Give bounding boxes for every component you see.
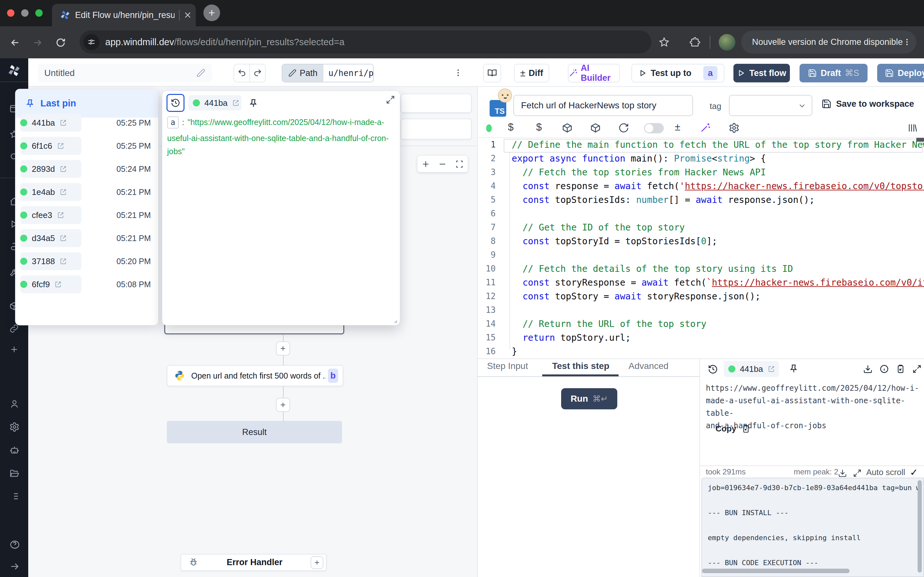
code-line[interactable]: 3 // Fetch the top stories from Hacker N…: [477, 165, 924, 179]
sidebar-item-logs[interactable]: [9, 491, 19, 501]
sidebar-item-workers[interactable]: [9, 445, 19, 455]
code-line[interactable]: 14 // Return the URL of the top story: [477, 317, 924, 331]
diff-button[interactable]: ± Diff: [514, 64, 549, 82]
external-link-icon[interactable]: [767, 365, 775, 373]
tab-step-input[interactable]: Step Input: [487, 361, 528, 371]
history-toggle-button[interactable]: [166, 94, 184, 112]
code-line[interactable]: 1// Define the main function to fetch th…: [477, 138, 924, 152]
pin-icon[interactable]: [248, 98, 258, 108]
external-link-icon[interactable]: [57, 142, 65, 150]
pin-chip[interactable]: d34a5: [20, 229, 81, 247]
test-up-to-button[interactable]: Test up to a: [632, 64, 724, 82]
download-result-icon[interactable]: [863, 364, 873, 374]
auto-scroll-check-icon[interactable]: ✓: [910, 467, 918, 478]
pin-chip[interactable]: 37188: [20, 252, 81, 270]
step-summary-input[interactable]: [513, 95, 693, 116]
expand-popup-icon[interactable]: [386, 95, 395, 105]
code-line[interactable]: 16}: [477, 345, 924, 358]
test-flow-button[interactable]: Test flow: [733, 64, 790, 82]
log-horizontal-scrollbar[interactable]: [702, 569, 850, 573]
result-node[interactable]: Result: [167, 421, 342, 443]
zoom-out-icon[interactable]: [438, 160, 447, 168]
history-icon[interactable]: [708, 364, 718, 374]
sidebar-item-folders[interactable]: [9, 468, 19, 478]
extensions-puzzle-icon[interactable]: [689, 37, 701, 48]
library-icon[interactable]: [907, 122, 918, 133]
external-link-icon[interactable]: [59, 119, 67, 127]
save-to-workspace-button[interactable]: Save to workspace: [821, 99, 914, 109]
minimize-window-button[interactable]: [21, 9, 29, 17]
draft-button[interactable]: Draft ⌘S: [800, 64, 867, 82]
external-link-icon[interactable]: [59, 258, 67, 265]
browser-menu-kebab-icon[interactable]: [903, 37, 911, 47]
info-icon[interactable]: [879, 364, 889, 374]
zoom-window-button[interactable]: [35, 9, 43, 17]
code-line[interactable]: 10 // Fetch the details of the top story…: [477, 262, 924, 276]
browser-tab[interactable]: Edit Flow u/henri/pin_results: [52, 4, 196, 26]
auto-scroll-label[interactable]: Auto scroll: [866, 467, 905, 477]
package-icon[interactable]: [562, 122, 573, 133]
undo-icon[interactable]: [234, 64, 250, 82]
path-group[interactable]: Path u/henri/pin: [282, 64, 374, 82]
external-link-icon[interactable]: [59, 234, 67, 242]
code-line[interactable]: 8 const topStoryId = topStoriesIds[0];: [477, 234, 924, 248]
assets-icon[interactable]: $: [508, 121, 514, 133]
zoom-in-icon[interactable]: [422, 160, 430, 168]
code-line[interactable]: 9: [477, 248, 924, 262]
flow-input-card[interactable]: [401, 93, 472, 113]
result-pin-chip[interactable]: 441ba: [724, 361, 779, 377]
sidebar-item-settings[interactable]: [9, 422, 19, 432]
preview-pin-chip[interactable]: 441ba: [188, 95, 242, 111]
insert-step-button[interactable]: [276, 342, 290, 356]
ai-assistant-wand-icon[interactable]: [700, 122, 711, 133]
forward-icon[interactable]: [32, 37, 43, 48]
expand-result-icon[interactable]: [912, 364, 922, 374]
sidebar-item-user[interactable]: [9, 399, 19, 409]
site-settings-icon[interactable]: [83, 34, 99, 50]
external-link-icon[interactable]: [59, 165, 67, 173]
profile-avatar[interactable]: [719, 34, 735, 51]
code-editor[interactable]: 1// Define the main function to fetch th…: [477, 138, 924, 358]
external-link-icon[interactable]: [57, 211, 65, 219]
resize-handle[interactable]: [391, 317, 398, 324]
code-line[interactable]: 12 const topStory = await storyResponse.…: [477, 290, 924, 303]
bookmark-star-icon[interactable]: [658, 37, 670, 48]
code-line[interactable]: 6: [477, 207, 924, 221]
step-node-b[interactable]: Open url and fetch first 500 words of ..…: [167, 365, 343, 386]
url-bar[interactable]: app.windmill.dev/flows/edit/u/henri/pin_…: [79, 31, 651, 53]
windmill-logo-icon[interactable]: [7, 63, 21, 77]
pin-chip[interactable]: 2893d: [20, 160, 81, 178]
code-line[interactable]: 4 const response = await fetch('https://…: [477, 179, 924, 193]
ai-builder-button[interactable]: AI Builder: [568, 64, 620, 82]
expand-logs-icon[interactable]: [853, 469, 862, 478]
pin-chip[interactable]: cfee3: [20, 206, 81, 224]
sidebar-item-links[interactable]: [9, 324, 19, 334]
code-line[interactable]: 5 const topStoriesIds: number[] = await …: [477, 193, 924, 207]
download-logs-icon[interactable]: [838, 469, 847, 478]
back-icon[interactable]: [10, 37, 21, 48]
chrome-update-button[interactable]: Nouvelle version de Chrome disponible: [741, 31, 916, 53]
docs-book-button[interactable]: [483, 64, 501, 82]
external-link-icon[interactable]: [59, 188, 67, 196]
pin-icon[interactable]: [788, 364, 799, 374]
diff-icon[interactable]: ±: [675, 121, 680, 133]
more-options-kebab-icon[interactable]: [454, 67, 463, 78]
copy-to-clipboard-icon[interactable]: [896, 364, 905, 374]
edit-pencil-icon[interactable]: [196, 69, 205, 77]
insert-step-button[interactable]: [276, 398, 290, 412]
pin-chip[interactable]: 441ba: [20, 114, 81, 132]
copy-button[interactable]: Copy: [716, 424, 750, 434]
fit-view-icon[interactable]: [455, 160, 464, 168]
external-link-icon[interactable]: [54, 280, 62, 288]
package-icon[interactable]: [590, 122, 601, 133]
pin-chip[interactable]: 6fcf9: [20, 276, 81, 293]
expand-sidebar-arrow-icon[interactable]: [9, 561, 20, 572]
diff-mode-toggle[interactable]: [644, 123, 664, 133]
code-line[interactable]: 11 const storyResponse = await fetch(`ht…: [477, 276, 924, 290]
code-line[interactable]: 15 return topStory.url;: [477, 331, 924, 345]
tab-test-this-step[interactable]: Test this step: [552, 361, 609, 371]
test-up-to-step-badge[interactable]: a: [703, 66, 717, 80]
run-button[interactable]: Run ⌘↵: [561, 388, 617, 409]
tag-select[interactable]: [729, 95, 813, 116]
close-window-button[interactable]: [7, 9, 15, 17]
